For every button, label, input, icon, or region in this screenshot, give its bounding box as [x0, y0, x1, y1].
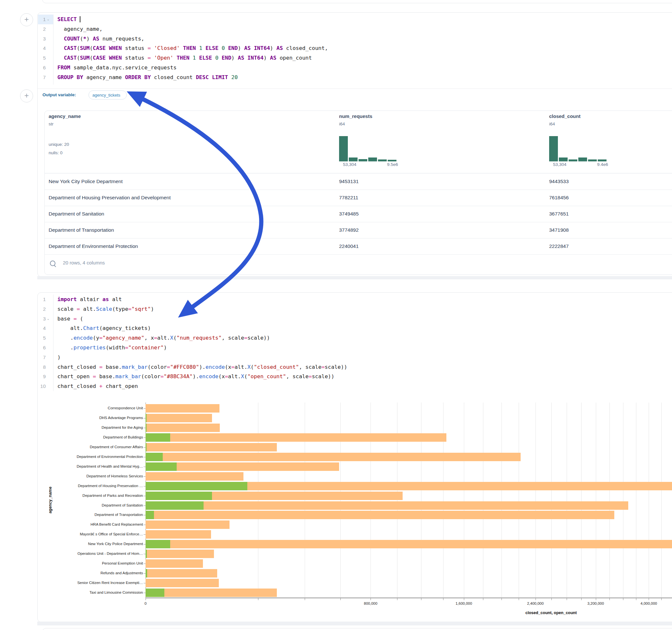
code-token	[151, 45, 154, 51]
python-editor[interactable]: 1import altair as alt2scale = alt.Scale(…	[38, 295, 672, 391]
bar-open-count[interactable]	[146, 443, 146, 452]
bar-closed-count[interactable]	[146, 550, 214, 558]
bar-open-count[interactable]	[146, 423, 146, 432]
python-line[interactable]: 8chart_closed = base.mark_bar(color="#FF…	[38, 362, 672, 372]
code-token: chart_closed	[57, 364, 99, 370]
python-line[interactable]: 9chart_open = base.mark_bar(color="#8BC3…	[38, 372, 672, 382]
code-token	[196, 55, 199, 61]
bar-open-count[interactable]	[146, 492, 212, 500]
python-line[interactable]: 4 alt.Chart(agency_tickets)	[38, 323, 672, 333]
table-cell: 7618456	[549, 190, 569, 206]
bar-open-count[interactable]	[146, 453, 163, 461]
line-number: 9	[38, 372, 46, 382]
gridline	[370, 403, 371, 598]
sql-line[interactable]: 4 CAST(SUM(CASE WHEN status = 'Closed' T…	[38, 43, 672, 53]
bar-closed-count[interactable]	[146, 443, 277, 452]
code-token: X	[247, 364, 250, 370]
next-cell-edge	[42, 628, 672, 630]
python-line[interactable]: 5 .encode(y="agency_name", x=alt.X("num_…	[38, 333, 672, 343]
column-name[interactable]: agency_name	[49, 114, 81, 119]
histogram-max-label: 9.4e6	[597, 162, 608, 167]
code-token: (	[250, 364, 254, 370]
sql-line[interactable]: 2 agency_name,	[38, 24, 672, 34]
add-cell-button-output[interactable]: +	[20, 90, 33, 102]
table-row[interactable]: Department of Transportation377489234719…	[45, 222, 672, 239]
python-line[interactable]: 7)	[38, 353, 672, 362]
chevron-down-icon[interactable]: ⌄	[47, 314, 52, 324]
bar-open-count[interactable]	[146, 569, 147, 578]
line-number: 6	[38, 343, 46, 353]
table-row[interactable]: New York City Police Department945313194…	[45, 173, 672, 190]
bar-closed-count[interactable]	[146, 530, 211, 539]
column-name[interactable]: closed_count	[549, 114, 581, 119]
bar-open-count[interactable]	[146, 501, 203, 510]
bar-open-count[interactable]	[146, 540, 170, 548]
line-number: 4	[38, 323, 46, 333]
y-axis-label: Department of Transportation	[0, 513, 143, 516]
sql-line[interactable]: 6FROM sample_data.nyc.service_requests	[38, 63, 672, 73]
x-axis-tick	[502, 598, 502, 600]
bar-open-count[interactable]	[146, 433, 170, 442]
code-token: .	[57, 344, 74, 350]
bar-closed-count[interactable]	[146, 501, 628, 510]
code-token: "#FFC080"	[170, 364, 199, 370]
y-axis-label: Department of Health and Mental Hyg…	[0, 464, 143, 468]
bar-closed-count[interactable]	[146, 404, 219, 413]
code-token: base.	[102, 364, 122, 370]
bar-closed-count[interactable]	[146, 559, 203, 568]
table-row[interactable]: Department of Housing Preservation and D…	[45, 190, 672, 206]
code-token: "agency_name"	[102, 335, 144, 341]
sql-line[interactable]: 1⌄SELECT	[38, 15, 672, 24]
bar-open-count[interactable]	[146, 550, 147, 558]
bar-closed-count[interactable]	[146, 414, 212, 422]
bar-closed-count[interactable]	[146, 453, 521, 461]
python-line[interactable]: 10chart_closed + chart_open	[38, 382, 672, 391]
code-token: "sqrt"	[131, 306, 151, 312]
sql-line[interactable]: 3 COUNT(*) AS num_requests,	[38, 34, 672, 44]
gridline	[623, 403, 623, 598]
code-token: , scale	[222, 335, 244, 341]
python-line[interactable]: 1import altair as alt	[38, 295, 672, 304]
bar-open-count[interactable]	[146, 462, 177, 471]
bar-closed-count[interactable]	[146, 540, 672, 548]
search-icon[interactable]	[50, 261, 55, 266]
code-token: num_requests,	[99, 35, 144, 42]
table-row[interactable]: Department of Sanitation37494853677651	[45, 206, 672, 222]
code-token: (type	[112, 306, 128, 312]
bar-closed-count[interactable]	[146, 588, 277, 597]
bar-closed-count[interactable]	[146, 511, 614, 519]
gridline	[535, 403, 536, 598]
sql-editor[interactable]: 1⌄SELECT2 agency_name,3 COUNT(*) AS num_…	[38, 15, 672, 82]
bar-closed-count[interactable]	[146, 579, 219, 587]
output-variable-pill[interactable]: agency_tickets	[89, 91, 127, 99]
python-line[interactable]: 2scale = alt.Scale(type="sqrt")	[38, 304, 672, 314]
table-header: agency_namestrunique: 20nulls: 0num_requ…	[45, 111, 672, 173]
bar-closed-count[interactable]	[146, 569, 217, 578]
bar-closed-count[interactable]	[146, 520, 230, 529]
code-token: X	[241, 373, 244, 380]
sql-line[interactable]: 5 CAST(SUM(CASE WHEN status = 'Open' THE…	[38, 53, 672, 63]
code-token: INT64	[254, 45, 270, 51]
bar-open-count[interactable]	[146, 511, 154, 519]
table-row[interactable]: Department of Environmental Protection22…	[45, 238, 672, 255]
line-number: 7	[38, 353, 46, 362]
bar-open-count[interactable]	[146, 588, 164, 597]
column-name[interactable]: num_requests	[339, 114, 373, 119]
x-axis-tick	[551, 598, 552, 600]
code-token: 1	[193, 55, 196, 61]
x-axis-tick	[443, 598, 443, 600]
bar-closed-count[interactable]	[146, 472, 243, 481]
bar-open-count[interactable]	[146, 482, 247, 490]
code-token: =	[309, 373, 312, 380]
python-line[interactable]: 6 .properties(width="container")	[38, 343, 672, 353]
x-axis-tick	[258, 598, 258, 600]
bar-closed-count[interactable]	[146, 423, 220, 432]
chevron-down-icon[interactable]: ⌄	[47, 15, 52, 24]
add-cell-button-top[interactable]: +	[20, 13, 33, 26]
sql-line[interactable]: 7GROUP BY agency_name ORDER BY closed_co…	[38, 73, 672, 82]
sql-cell: 1⌄SELECT2 agency_name,3 COUNT(*) AS num_…	[37, 12, 672, 277]
python-line[interactable]: 3⌄base = (	[38, 314, 672, 324]
code-token: SELECT	[57, 16, 77, 22]
bar-closed-count[interactable]	[146, 433, 447, 442]
bar-open-count[interactable]	[146, 414, 146, 422]
